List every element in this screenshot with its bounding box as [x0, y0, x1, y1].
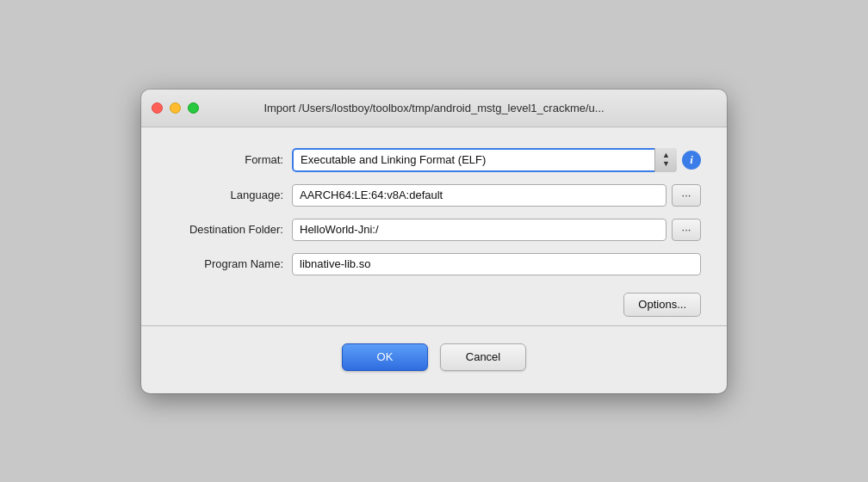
- destination-row: Destination Folder: ···: [167, 219, 701, 241]
- options-row: Options...: [167, 293, 701, 317]
- traffic-lights: [152, 102, 199, 114]
- button-row: OK Cancel: [167, 326, 701, 376]
- program-name-control-wrap: [292, 253, 701, 275]
- cancel-button[interactable]: Cancel: [440, 343, 526, 371]
- window-title: Import /Users/lostboy/toolbox/tmp/androi…: [264, 102, 604, 114]
- minimize-button[interactable]: [170, 102, 181, 114]
- format-select-wrapper: Executable and Linking Format (ELF) ▲ ▼: [292, 148, 677, 172]
- language-label: Language:: [167, 188, 292, 201]
- title-bar: Import /Users/lostboy/toolbox/tmp/androi…: [141, 90, 727, 127]
- destination-label: Destination Folder:: [167, 223, 292, 236]
- language-browse-button[interactable]: ···: [672, 184, 701, 207]
- destination-input[interactable]: [292, 219, 666, 241]
- window-body: Format: Executable and Linking Format (E…: [141, 127, 727, 393]
- language-row: Language: ···: [167, 184, 701, 207]
- format-label: Format:: [167, 153, 292, 166]
- info-icon[interactable]: i: [682, 151, 701, 170]
- options-button[interactable]: Options...: [623, 293, 701, 317]
- program-name-label: Program Name:: [167, 257, 292, 270]
- import-dialog: Import /Users/lostboy/toolbox/tmp/androi…: [141, 90, 727, 393]
- format-row: Format: Executable and Linking Format (E…: [167, 148, 701, 172]
- destination-control-wrap: ···: [292, 219, 701, 241]
- language-input[interactable]: [292, 184, 666, 207]
- format-select[interactable]: Executable and Linking Format (ELF): [292, 148, 677, 172]
- language-control-wrap: ···: [292, 184, 701, 207]
- destination-browse-button[interactable]: ···: [672, 219, 701, 241]
- ok-button[interactable]: OK: [342, 343, 428, 371]
- format-control-wrap: Executable and Linking Format (ELF) ▲ ▼ …: [292, 148, 701, 172]
- program-name-row: Program Name:: [167, 253, 701, 275]
- maximize-button[interactable]: [188, 102, 199, 114]
- close-button[interactable]: [152, 102, 163, 114]
- form-area: Format: Executable and Linking Format (E…: [167, 148, 701, 275]
- program-name-input[interactable]: [292, 253, 701, 275]
